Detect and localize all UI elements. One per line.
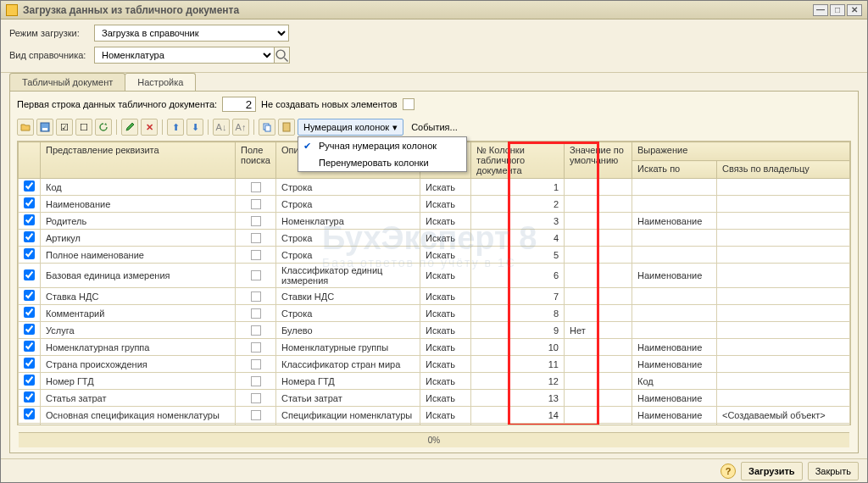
cell-name[interactable]: Базовая единица измерения [41,264,236,288]
cell-colnum[interactable]: 2 [471,196,565,213]
cell-type[interactable]: Строка [276,247,420,264]
cell-default[interactable] [565,424,632,426]
cell-colnum[interactable]: 12 [471,373,565,390]
search-field-checkbox[interactable] [251,291,261,302]
cell-linkowner[interactable] [717,390,850,407]
cell-colnum[interactable]: 5 [471,247,565,264]
row-checkbox[interactable] [24,324,35,335]
cell-name[interactable]: Комментарий [41,305,236,322]
cell-type[interactable]: Контрагенты [276,424,420,426]
search-field-checkbox[interactable] [251,359,261,369]
lookup-button[interactable] [275,47,290,64]
search-field-checkbox[interactable] [251,216,261,226]
col-searchby[interactable]: Искать по [632,161,717,179]
cell-mode[interactable]: Искать [420,322,471,339]
cell-name[interactable]: Производитель [41,424,236,426]
cell-default[interactable] [565,264,632,288]
cell-name[interactable]: Полное наименование [41,247,236,264]
table-row[interactable]: НаименованиеСтрокаИскать2 [19,196,850,213]
cell-name[interactable]: Ставка НДС [41,288,236,305]
copy-button[interactable] [259,119,275,136]
cell-linkowner[interactable] [717,322,850,339]
cell-type[interactable]: Классификатор стран мира [276,356,420,373]
help-button[interactable]: ? [721,464,736,479]
cell-type[interactable]: Строка [276,196,420,213]
no-create-checkbox[interactable] [403,98,415,110]
events-button[interactable]: События... [406,119,463,136]
row-checkbox[interactable] [24,197,35,208]
table-row[interactable]: Номенклатурная группаНоменклатурные груп… [19,339,850,356]
cell-linkowner[interactable] [717,179,850,196]
table-row[interactable]: Статья затратСтатьи затратИскать13Наимен… [19,390,850,407]
cell-default[interactable] [565,288,632,305]
cell-mode[interactable]: Искать [420,230,471,247]
tab-tabular-doc[interactable]: Табличный документ [9,73,125,91]
table-row[interactable]: Номер ГТДНомера ГТДИскать12Код [19,373,850,390]
cell-linkowner[interactable] [717,288,850,305]
cell-mode[interactable]: Искать [420,424,471,426]
cell-colnum[interactable]: 7 [471,288,565,305]
delete-button[interactable]: ✕ [141,119,158,136]
cell-default[interactable] [565,213,632,230]
table-row[interactable]: Полное наименованиеСтрокаИскать5 [19,247,850,264]
cell-searchby[interactable] [632,288,717,305]
cell-name[interactable]: Номенклатурная группа [41,339,236,356]
search-field-checkbox[interactable] [251,308,261,319]
cell-colnum[interactable]: 14 [471,407,565,424]
col-search[interactable]: Поле поиска [236,142,276,179]
cell-linkowner[interactable]: <Создаваемый объект> [717,407,850,424]
cell-searchby[interactable] [632,230,717,247]
cell-colnum[interactable]: 3 [471,213,565,230]
cell-type[interactable]: Спецификации номенклатуры [276,407,420,424]
uncheck-all-button[interactable]: ☐ [75,119,92,136]
cell-type[interactable]: Номера ГТД [276,373,420,390]
cell-default[interactable] [565,196,632,213]
cell-mode[interactable]: Искать [420,407,471,424]
table-row[interactable]: Страна происхожденияКлассификатор стран … [19,356,850,373]
table-row[interactable]: УслугаБулевоИскать9Нет [19,322,850,339]
col-repr[interactable]: Представление реквизита [41,142,236,179]
cell-name[interactable]: Родитель [41,213,236,230]
cell-mode[interactable]: Искать [420,213,471,230]
cell-colnum[interactable]: 11 [471,356,565,373]
cell-colnum[interactable]: 13 [471,390,565,407]
table-row[interactable]: КомментарийСтрокаИскать8 [19,305,850,322]
sort-desc-button[interactable]: A↑ [232,119,249,136]
move-up-button[interactable]: ⬆ [167,119,184,136]
sort-asc-button[interactable]: A↓ [213,119,230,136]
row-checkbox[interactable] [24,408,35,419]
table-row[interactable]: Базовая единица измеренияКлассификатор е… [19,264,850,288]
cell-default[interactable] [565,230,632,247]
load-button[interactable]: Загрузить [741,462,803,480]
search-field-checkbox[interactable] [251,182,261,192]
row-checkbox[interactable] [24,231,35,242]
cell-mode[interactable]: Искать [420,247,471,264]
cell-name[interactable]: Статья затрат [41,390,236,407]
cell-mode[interactable]: Искать [420,264,471,288]
cell-linkowner[interactable] [717,339,850,356]
cell-linkowner[interactable] [717,264,850,288]
cell-mode[interactable]: Искать [420,356,471,373]
cell-name[interactable]: Страна происхождения [41,356,236,373]
cell-searchby[interactable] [632,322,717,339]
cell-default[interactable] [565,305,632,322]
col-linkowner[interactable]: Связь по владельцу [717,161,850,179]
mode-select[interactable]: Загрузка в справочник [94,25,289,42]
cell-searchby[interactable]: Наименование [632,407,717,424]
cell-type[interactable]: Булево [276,322,420,339]
row-checkbox[interactable] [24,214,35,225]
cell-mode[interactable]: Искать [420,305,471,322]
cell-mode[interactable]: Искать [420,196,471,213]
cell-searchby[interactable]: Наименование [632,356,717,373]
cell-linkowner[interactable] [717,424,850,426]
cell-searchby[interactable] [632,247,717,264]
cell-type[interactable]: Статьи затрат [276,390,420,407]
cell-linkowner[interactable] [717,305,850,322]
minimize-button[interactable]: — [813,4,828,16]
first-row-input[interactable] [222,97,256,112]
row-checkbox[interactable] [24,180,35,192]
maximize-button[interactable]: □ [830,4,845,16]
row-checkbox[interactable] [24,375,35,386]
paste-button[interactable] [278,119,295,136]
col-check[interactable] [19,142,41,179]
